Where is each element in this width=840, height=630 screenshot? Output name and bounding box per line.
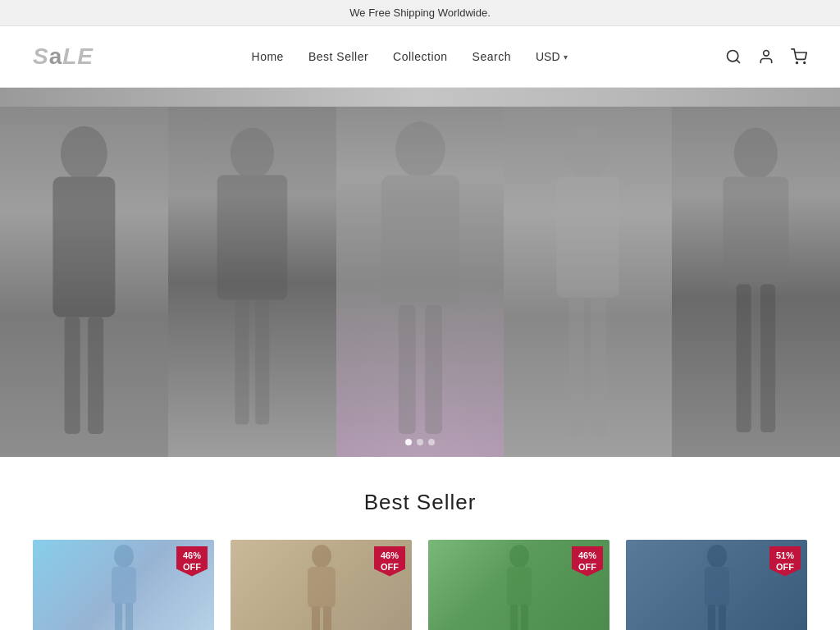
svg-rect-11	[235, 299, 249, 424]
carousel-dots	[405, 439, 435, 445]
currency-label: USD	[536, 50, 560, 63]
svg-point-3	[797, 62, 798, 64]
svg-rect-12	[255, 299, 269, 424]
hero-figures	[0, 88, 840, 457]
figure-silhouette-2	[168, 107, 336, 458]
cart-icon-button[interactable]	[791, 48, 807, 65]
svg-rect-8	[88, 317, 103, 434]
site-logo[interactable]: SaLE	[33, 43, 94, 70]
figure-silhouette-5	[672, 107, 840, 458]
svg-rect-22	[724, 176, 789, 285]
svg-rect-32	[323, 606, 331, 630]
svg-rect-34	[507, 567, 532, 606]
hero-figure-4	[504, 88, 672, 457]
svg-line-1	[737, 60, 740, 63]
svg-rect-39	[708, 605, 715, 630]
main-nav: Home Best Seller Collection Search USD ▾	[252, 50, 568, 63]
discount-off-4: OFF	[774, 561, 796, 573]
announcement-text: We Free Shipping Worldwide.	[349, 7, 491, 19]
svg-rect-15	[398, 305, 415, 434]
account-icon-button[interactable]	[758, 48, 774, 65]
logo-text: SaLE	[33, 43, 94, 69]
svg-rect-7	[65, 317, 80, 434]
svg-rect-18	[557, 176, 619, 297]
discount-off-1: OFF	[181, 561, 203, 573]
svg-rect-30	[308, 567, 336, 608]
best-seller-title: Best Seller	[33, 490, 807, 515]
products-grid: 46% OFF 46% OFF	[33, 540, 807, 630]
discount-off-3: OFF	[577, 561, 598, 573]
svg-rect-38	[705, 567, 729, 606]
svg-point-25	[114, 545, 134, 568]
site-header: SaLE Home Best Seller Collection Search …	[0, 26, 840, 88]
hero-figure-2	[168, 88, 336, 457]
svg-point-5	[61, 126, 107, 180]
figure-silhouette-1	[0, 107, 168, 458]
hero-figure-5	[672, 88, 840, 457]
svg-rect-23	[737, 284, 751, 431]
svg-rect-27	[115, 603, 122, 630]
carousel-dot-1[interactable]	[405, 439, 412, 445]
svg-point-17	[565, 125, 610, 178]
svg-point-2	[764, 51, 769, 57]
nav-collection[interactable]: Collection	[393, 50, 447, 63]
discount-percent-4: 51%	[774, 550, 796, 561]
hero-background	[0, 88, 840, 457]
nav-home[interactable]: Home	[252, 50, 284, 63]
product-card-3[interactable]: 46% OFF	[428, 540, 609, 630]
svg-rect-20	[591, 297, 607, 437]
svg-point-13	[395, 121, 445, 177]
svg-point-37	[707, 545, 727, 568]
svg-rect-28	[126, 603, 133, 630]
svg-rect-31	[312, 606, 320, 630]
product-card-4[interactable]: 51% OFF	[626, 540, 807, 630]
svg-rect-19	[569, 297, 585, 437]
hero-figure-3	[336, 88, 504, 457]
hero-section	[0, 88, 840, 457]
figure-silhouette-4	[504, 107, 672, 458]
discount-percent-1: 46%	[181, 550, 203, 561]
svg-rect-26	[112, 567, 136, 604]
product-card-2[interactable]: 46% OFF	[231, 540, 412, 630]
announcement-bar: We Free Shipping Worldwide.	[0, 0, 840, 26]
svg-point-4	[804, 62, 806, 64]
discount-off-2: OFF	[379, 561, 400, 573]
svg-rect-14	[381, 175, 459, 308]
nav-search[interactable]: Search	[472, 50, 511, 63]
best-seller-section: Best Seller 46% OFF	[0, 457, 840, 630]
svg-point-21	[734, 127, 778, 179]
discount-percent-3: 46%	[577, 550, 598, 561]
currency-arrow-icon: ▾	[564, 52, 568, 62]
page-wrapper: We Free Shipping Worldwide. SaLE Home Be…	[0, 0, 840, 630]
svg-rect-40	[719, 605, 726, 630]
svg-rect-35	[510, 605, 518, 630]
svg-point-33	[509, 545, 529, 568]
nav-best-seller[interactable]: Best Seller	[308, 50, 368, 63]
carousel-dot-2[interactable]	[417, 439, 423, 445]
svg-point-29	[312, 545, 331, 568]
header-icons	[725, 48, 807, 65]
currency-selector[interactable]: USD ▾	[536, 50, 568, 63]
search-icon-button[interactable]	[725, 48, 742, 65]
hero-figure-1	[0, 88, 168, 457]
figure-silhouette-3	[336, 107, 504, 458]
svg-point-9	[231, 127, 274, 179]
svg-rect-36	[521, 605, 528, 630]
product-card-1[interactable]: 46% OFF	[33, 540, 214, 630]
svg-rect-24	[760, 284, 775, 431]
svg-rect-6	[52, 176, 115, 317]
svg-rect-16	[425, 305, 442, 434]
discount-percent-2: 46%	[379, 550, 400, 561]
svg-rect-10	[217, 175, 287, 299]
carousel-dot-3[interactable]	[428, 439, 435, 445]
